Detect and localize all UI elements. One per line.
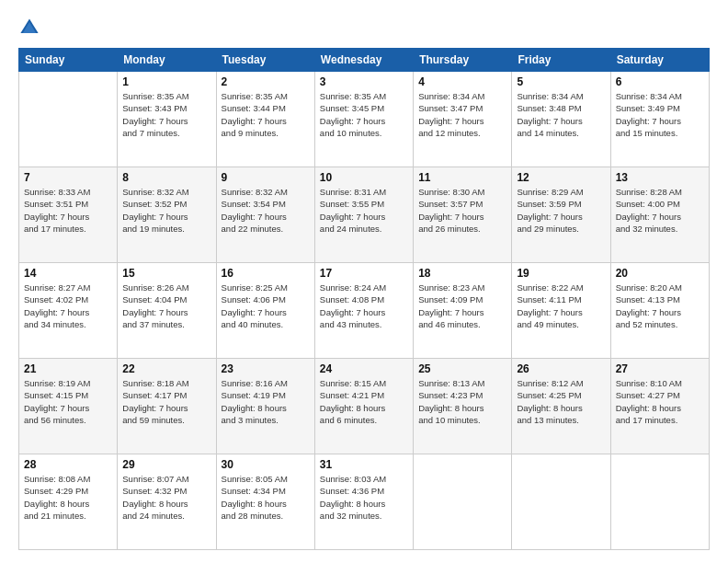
day-info: Sunrise: 8:22 AMSunset: 4:11 PMDaylight:… — [517, 282, 605, 330]
weekday-header: Saturday — [610, 49, 709, 72]
day-number: 15 — [122, 267, 210, 280]
calendar-cell: 5Sunrise: 8:34 AMSunset: 3:48 PMDaylight… — [512, 72, 610, 167]
day-info: Sunrise: 8:30 AMSunset: 3:57 PMDaylight:… — [418, 186, 506, 235]
day-number: 5 — [517, 75, 605, 88]
day-info: Sunrise: 8:20 AMSunset: 4:13 PMDaylight:… — [616, 282, 704, 330]
day-number: 6 — [616, 75, 704, 88]
day-info: Sunrise: 8:31 AMSunset: 3:55 PMDaylight:… — [320, 186, 408, 235]
header — [18, 17, 710, 39]
day-number: 4 — [418, 75, 506, 88]
day-number: 13 — [616, 171, 704, 184]
calendar-cell: 22Sunrise: 8:18 AMSunset: 4:17 PMDayligh… — [118, 359, 216, 454]
day-info: Sunrise: 8:35 AMSunset: 3:45 PMDaylight:… — [320, 90, 408, 139]
day-info: Sunrise: 8:25 AMSunset: 4:06 PMDaylight:… — [222, 282, 310, 330]
day-number: 31 — [320, 458, 408, 471]
day-number: 16 — [222, 267, 310, 280]
day-info: Sunrise: 8:29 AMSunset: 3:59 PMDaylight:… — [517, 186, 605, 235]
calendar-cell — [414, 454, 512, 550]
logo-icon — [18, 17, 40, 39]
day-info: Sunrise: 8:13 AMSunset: 4:23 PMDaylight:… — [418, 377, 506, 426]
calendar-cell: 12Sunrise: 8:29 AMSunset: 3:59 PMDayligh… — [512, 167, 610, 263]
calendar-cell: 28Sunrise: 8:08 AMSunset: 4:29 PMDayligh… — [19, 454, 118, 550]
day-info: Sunrise: 8:32 AMSunset: 3:54 PMDaylight:… — [222, 186, 310, 235]
weekday-header: Thursday — [414, 49, 512, 72]
day-number: 12 — [517, 171, 605, 184]
calendar-cell: 13Sunrise: 8:28 AMSunset: 4:00 PMDayligh… — [610, 167, 709, 263]
day-number: 2 — [222, 75, 310, 88]
day-info: Sunrise: 8:35 AMSunset: 3:44 PMDaylight:… — [222, 90, 310, 139]
day-number: 1 — [122, 75, 210, 88]
day-info: Sunrise: 8:16 AMSunset: 4:19 PMDaylight:… — [222, 377, 310, 426]
day-number: 10 — [320, 171, 408, 184]
calendar-cell: 23Sunrise: 8:16 AMSunset: 4:19 PMDayligh… — [216, 359, 314, 454]
day-number: 21 — [24, 362, 112, 375]
day-number: 9 — [222, 171, 310, 184]
calendar-cell: 9Sunrise: 8:32 AMSunset: 3:54 PMDaylight… — [216, 167, 314, 263]
day-info: Sunrise: 8:19 AMSunset: 4:15 PMDaylight:… — [24, 377, 112, 426]
calendar-cell — [19, 72, 118, 167]
calendar-cell: 16Sunrise: 8:25 AMSunset: 4:06 PMDayligh… — [216, 263, 314, 359]
calendar-cell: 11Sunrise: 8:30 AMSunset: 3:57 PMDayligh… — [414, 167, 512, 263]
calendar-cell: 14Sunrise: 8:27 AMSunset: 4:02 PMDayligh… — [19, 263, 118, 359]
calendar-cell: 31Sunrise: 8:03 AMSunset: 4:36 PMDayligh… — [314, 454, 413, 550]
calendar-cell: 18Sunrise: 8:23 AMSunset: 4:09 PMDayligh… — [414, 263, 512, 359]
day-number: 20 — [616, 267, 704, 280]
calendar-cell — [610, 454, 709, 550]
day-number: 22 — [122, 362, 210, 375]
day-number: 19 — [517, 267, 605, 280]
day-number: 29 — [122, 458, 210, 471]
day-number: 25 — [418, 362, 506, 375]
day-info: Sunrise: 8:28 AMSunset: 4:00 PMDaylight:… — [616, 186, 704, 235]
calendar-cell: 6Sunrise: 8:34 AMSunset: 3:49 PMDaylight… — [610, 72, 709, 167]
day-info: Sunrise: 8:03 AMSunset: 4:36 PMDaylight:… — [320, 473, 408, 522]
calendar-cell: 10Sunrise: 8:31 AMSunset: 3:55 PMDayligh… — [314, 167, 413, 263]
calendar-cell: 20Sunrise: 8:20 AMSunset: 4:13 PMDayligh… — [610, 263, 709, 359]
day-info: Sunrise: 8:27 AMSunset: 4:02 PMDaylight:… — [24, 282, 112, 330]
weekday-header: Wednesday — [314, 49, 413, 72]
logo — [18, 17, 44, 39]
calendar-cell: 27Sunrise: 8:10 AMSunset: 4:27 PMDayligh… — [610, 359, 709, 454]
day-info: Sunrise: 8:32 AMSunset: 3:52 PMDaylight:… — [122, 186, 210, 235]
day-info: Sunrise: 8:12 AMSunset: 4:25 PMDaylight:… — [517, 377, 605, 426]
page: SundayMondayTuesdayWednesdayThursdayFrid… — [0, 0, 728, 563]
day-info: Sunrise: 8:33 AMSunset: 3:51 PMDaylight:… — [24, 186, 112, 235]
calendar-cell: 26Sunrise: 8:12 AMSunset: 4:25 PMDayligh… — [512, 359, 610, 454]
day-number: 14 — [24, 267, 112, 280]
weekday-header: Monday — [118, 49, 216, 72]
day-info: Sunrise: 8:15 AMSunset: 4:21 PMDaylight:… — [320, 377, 408, 426]
calendar-cell: 3Sunrise: 8:35 AMSunset: 3:45 PMDaylight… — [314, 72, 413, 167]
day-info: Sunrise: 8:23 AMSunset: 4:09 PMDaylight:… — [418, 282, 506, 330]
calendar-cell: 4Sunrise: 8:34 AMSunset: 3:47 PMDaylight… — [414, 72, 512, 167]
calendar-cell: 24Sunrise: 8:15 AMSunset: 4:21 PMDayligh… — [314, 359, 413, 454]
calendar-cell: 1Sunrise: 8:35 AMSunset: 3:43 PMDaylight… — [118, 72, 216, 167]
day-number: 17 — [320, 267, 408, 280]
day-number: 23 — [222, 362, 310, 375]
weekday-header: Tuesday — [216, 49, 314, 72]
day-number: 30 — [222, 458, 310, 471]
calendar-cell: 7Sunrise: 8:33 AMSunset: 3:51 PMDaylight… — [19, 167, 118, 263]
calendar-cell: 8Sunrise: 8:32 AMSunset: 3:52 PMDaylight… — [118, 167, 216, 263]
calendar-cell: 19Sunrise: 8:22 AMSunset: 4:11 PMDayligh… — [512, 263, 610, 359]
calendar: SundayMondayTuesdayWednesdayThursdayFrid… — [18, 48, 710, 550]
day-info: Sunrise: 8:34 AMSunset: 3:47 PMDaylight:… — [418, 90, 506, 139]
day-number: 26 — [517, 362, 605, 375]
day-info: Sunrise: 8:24 AMSunset: 4:08 PMDaylight:… — [320, 282, 408, 330]
day-number: 11 — [418, 171, 506, 184]
day-info: Sunrise: 8:18 AMSunset: 4:17 PMDaylight:… — [122, 377, 210, 426]
day-info: Sunrise: 8:34 AMSunset: 3:49 PMDaylight:… — [616, 90, 704, 139]
day-info: Sunrise: 8:34 AMSunset: 3:48 PMDaylight:… — [517, 90, 605, 139]
calendar-cell: 30Sunrise: 8:05 AMSunset: 4:34 PMDayligh… — [216, 454, 314, 550]
day-number: 7 — [24, 171, 112, 184]
weekday-header: Friday — [512, 49, 610, 72]
day-number: 27 — [616, 362, 704, 375]
day-number: 8 — [122, 171, 210, 184]
day-number: 24 — [320, 362, 408, 375]
calendar-cell: 15Sunrise: 8:26 AMSunset: 4:04 PMDayligh… — [118, 263, 216, 359]
calendar-cell: 21Sunrise: 8:19 AMSunset: 4:15 PMDayligh… — [19, 359, 118, 454]
day-info: Sunrise: 8:35 AMSunset: 3:43 PMDaylight:… — [122, 90, 210, 139]
calendar-cell: 25Sunrise: 8:13 AMSunset: 4:23 PMDayligh… — [414, 359, 512, 454]
weekday-header: Sunday — [19, 49, 118, 72]
day-number: 28 — [24, 458, 112, 471]
day-number: 3 — [320, 75, 408, 88]
calendar-cell — [512, 454, 610, 550]
